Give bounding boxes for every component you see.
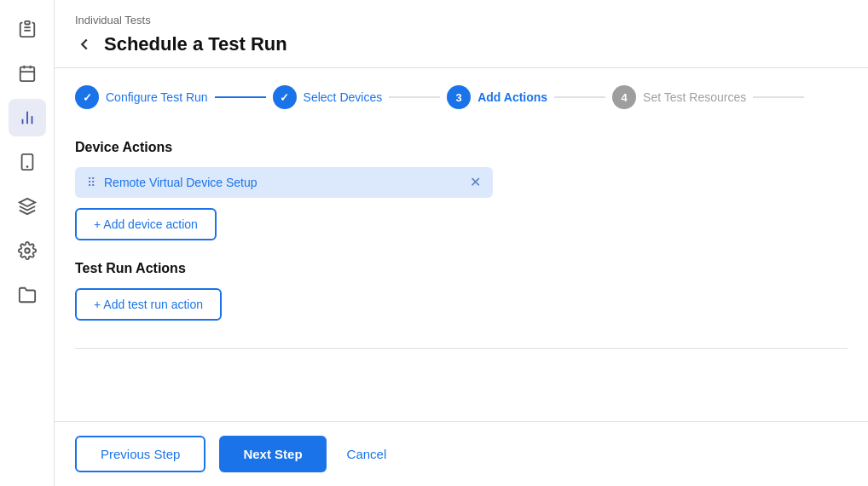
chip-label: Remote Virtual Device Setup	[104, 176, 461, 189]
step-2-label: Select Devices	[304, 90, 383, 104]
step-3-circle: 3	[447, 85, 471, 109]
sidebar	[0, 0, 55, 486]
header: Individual Tests Schedule a Test Run	[55, 0, 868, 68]
test-run-actions-title: Test Run Actions	[75, 261, 848, 276]
add-device-action-button[interactable]: + Add device action	[75, 208, 217, 240]
connector-1	[215, 96, 266, 98]
svg-rect-3	[20, 67, 34, 82]
step-3-label: Add Actions	[477, 90, 547, 104]
step-4-number: 4	[621, 91, 627, 104]
footer: Previous Step Next Step Cancel	[55, 421, 868, 486]
device-actions-title: Device Actions	[75, 140, 848, 155]
page-title: Schedule a Test Run	[104, 33, 287, 55]
previous-step-button[interactable]: Previous Step	[75, 436, 205, 472]
svg-marker-12	[19, 199, 34, 206]
step-1-circle: ✓	[75, 85, 99, 109]
sidebar-item-layers[interactable]	[9, 188, 46, 225]
stepper: ✓ Configure Test Run ✓ Select Devices 3 …	[55, 68, 868, 123]
step-4-circle: 4	[612, 85, 636, 109]
chip-close-button[interactable]: ✕	[470, 176, 481, 189]
step-add-actions: 3 Add Actions	[447, 85, 547, 109]
next-step-button[interactable]: Next Step	[219, 436, 326, 472]
divider	[75, 348, 848, 349]
drag-handle-icon[interactable]: ⠿	[87, 176, 95, 189]
content-area: Device Actions ⠿ Remote Virtual Device S…	[55, 123, 868, 421]
connector-4	[753, 96, 804, 98]
svg-point-13	[25, 248, 30, 253]
cancel-button[interactable]: Cancel	[340, 437, 394, 471]
step-set-resources: 4 Set Test Resources	[612, 85, 746, 109]
main-content: Individual Tests Schedule a Test Run ✓ C…	[55, 0, 868, 486]
sidebar-item-phone[interactable]	[9, 143, 46, 181]
sidebar-item-chart[interactable]	[9, 99, 46, 136]
step-select-devices: ✓ Select Devices	[273, 85, 383, 109]
back-button[interactable]	[75, 35, 94, 54]
device-action-chip: ⠿ Remote Virtual Device Setup ✕	[75, 167, 493, 198]
step-1-label: Configure Test Run	[106, 90, 208, 104]
add-test-run-action-button[interactable]: + Add test run action	[75, 288, 222, 321]
sidebar-item-clipboard[interactable]	[9, 10, 46, 48]
step-2-circle: ✓	[273, 85, 297, 109]
sidebar-item-gear[interactable]	[9, 232, 46, 269]
connector-2	[389, 96, 440, 98]
step-4-label: Set Test Resources	[643, 90, 746, 104]
step-configure: ✓ Configure Test Run	[75, 85, 208, 109]
breadcrumb: Individual Tests	[75, 14, 848, 26]
sidebar-item-folder[interactable]	[9, 276, 46, 314]
connector-3	[554, 96, 605, 98]
step-3-number: 3	[456, 91, 462, 104]
svg-rect-0	[25, 21, 30, 25]
sidebar-item-calendar[interactable]	[9, 55, 46, 92]
